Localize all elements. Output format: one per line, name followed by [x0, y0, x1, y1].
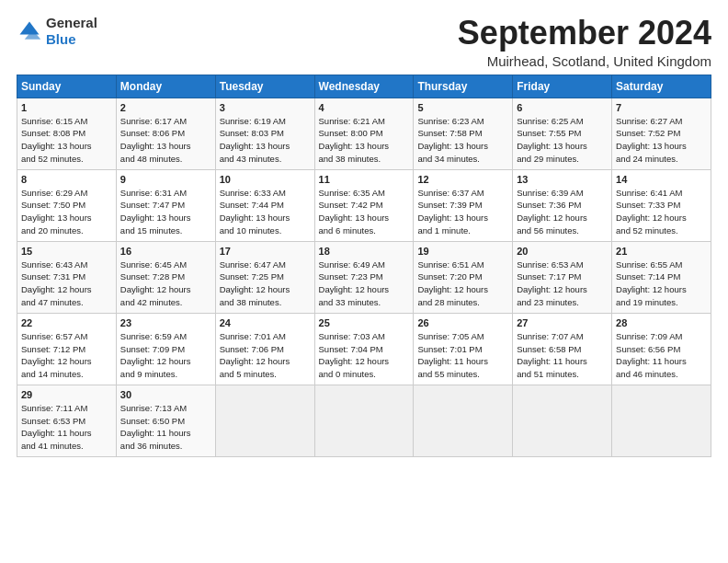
day-info: Sunrise: 6:47 AMSunset: 7:25 PMDaylight:… [220, 259, 311, 309]
col-thursday: Thursday [414, 75, 513, 98]
table-cell: 14Sunrise: 6:41 AMSunset: 7:33 PMDayligh… [612, 169, 711, 241]
day-info: Sunrise: 6:45 AMSunset: 7:28 PMDaylight:… [120, 259, 211, 309]
day-info: Sunrise: 6:43 AMSunset: 7:31 PMDaylight:… [21, 259, 112, 309]
table-cell: 12Sunrise: 6:37 AMSunset: 7:39 PMDayligh… [414, 169, 513, 241]
day-number: 21 [616, 246, 707, 257]
day-number: 16 [120, 246, 211, 257]
day-info: Sunrise: 6:23 AMSunset: 7:58 PMDaylight:… [417, 115, 508, 166]
logo: General Blue [17, 15, 97, 48]
table-cell: 8Sunrise: 6:29 AMSunset: 7:50 PMDaylight… [17, 169, 117, 241]
table-cell: 17Sunrise: 6:47 AMSunset: 7:25 PMDayligh… [215, 241, 314, 313]
table-cell: 13Sunrise: 6:39 AMSunset: 7:36 PMDayligh… [513, 169, 612, 241]
day-info: Sunrise: 6:21 AMSunset: 8:00 PMDaylight:… [319, 115, 410, 166]
day-number: 8 [21, 174, 112, 185]
title-block: September 2024 Muirhead, Scotland, Unite… [458, 15, 711, 69]
day-number: 19 [417, 246, 508, 257]
day-info: Sunrise: 6:31 AMSunset: 7:47 PMDaylight:… [120, 187, 211, 237]
day-number: 14 [616, 174, 707, 185]
day-info: Sunrise: 6:55 AMSunset: 7:14 PMDaylight:… [616, 259, 707, 309]
day-number: 13 [517, 174, 608, 185]
table-cell: 9Sunrise: 6:31 AMSunset: 7:47 PMDaylight… [116, 169, 215, 241]
day-number: 28 [616, 317, 707, 328]
day-number: 20 [517, 246, 608, 257]
day-number: 4 [319, 102, 410, 113]
table-cell: 4Sunrise: 6:21 AMSunset: 8:00 PMDaylight… [314, 98, 414, 169]
day-number: 1 [21, 102, 112, 113]
day-number: 3 [220, 102, 311, 113]
day-info: Sunrise: 6:33 AMSunset: 7:44 PMDaylight:… [220, 187, 311, 237]
day-info: Sunrise: 6:39 AMSunset: 7:36 PMDaylight:… [517, 187, 608, 237]
day-info: Sunrise: 6:17 AMSunset: 8:06 PMDaylight:… [120, 115, 211, 166]
day-number: 26 [417, 317, 508, 328]
day-number: 10 [220, 174, 311, 185]
day-info: Sunrise: 7:05 AMSunset: 7:01 PMDaylight:… [417, 330, 508, 381]
month-title: September 2024 [458, 15, 711, 52]
table-cell: 11Sunrise: 6:35 AMSunset: 7:42 PMDayligh… [314, 169, 414, 241]
day-info: Sunrise: 6:19 AMSunset: 8:03 PMDaylight:… [220, 115, 311, 166]
day-number: 7 [616, 102, 707, 113]
table-cell: 22Sunrise: 6:57 AMSunset: 7:12 PMDayligh… [17, 313, 117, 385]
header-row: Sunday Monday Tuesday Wednesday Thursday… [17, 75, 711, 98]
day-info: Sunrise: 6:53 AMSunset: 7:17 PMDaylight:… [517, 259, 608, 309]
table-cell [314, 385, 414, 456]
table-cell: 5Sunrise: 6:23 AMSunset: 7:58 PMDaylight… [414, 98, 513, 169]
table-cell: 21Sunrise: 6:55 AMSunset: 7:14 PMDayligh… [612, 241, 711, 313]
col-tuesday: Tuesday [215, 75, 314, 98]
day-info: Sunrise: 6:59 AMSunset: 7:09 PMDaylight:… [120, 330, 211, 381]
day-number: 30 [120, 389, 211, 400]
day-number: 6 [517, 102, 608, 113]
day-number: 11 [319, 174, 410, 185]
day-info: Sunrise: 6:49 AMSunset: 7:23 PMDaylight:… [319, 259, 410, 309]
table-cell: 18Sunrise: 6:49 AMSunset: 7:23 PMDayligh… [314, 241, 414, 313]
table-cell: 29Sunrise: 7:11 AMSunset: 6:53 PMDayligh… [17, 385, 117, 456]
table-row: 1Sunrise: 6:15 AMSunset: 8:08 PMDaylight… [17, 98, 711, 169]
day-info: Sunrise: 6:15 AMSunset: 8:08 PMDaylight:… [21, 115, 112, 166]
svg-marker-0 [20, 22, 40, 35]
logo-icon [17, 18, 42, 44]
day-info: Sunrise: 6:51 AMSunset: 7:20 PMDaylight:… [417, 259, 508, 309]
table-cell: 30Sunrise: 7:13 AMSunset: 6:50 PMDayligh… [116, 385, 215, 456]
day-info: Sunrise: 6:41 AMSunset: 7:33 PMDaylight:… [616, 187, 707, 237]
table-cell: 28Sunrise: 7:09 AMSunset: 6:56 PMDayligh… [612, 313, 711, 385]
day-info: Sunrise: 7:01 AMSunset: 7:06 PMDaylight:… [220, 330, 311, 381]
day-number: 23 [120, 317, 211, 328]
col-saturday: Saturday [612, 75, 711, 98]
day-number: 27 [517, 317, 608, 328]
day-info: Sunrise: 6:27 AMSunset: 7:52 PMDaylight:… [616, 115, 707, 166]
table-cell: 19Sunrise: 6:51 AMSunset: 7:20 PMDayligh… [414, 241, 513, 313]
col-sunday: Sunday [17, 75, 117, 98]
table-cell: 20Sunrise: 6:53 AMSunset: 7:17 PMDayligh… [513, 241, 612, 313]
table-cell: 6Sunrise: 6:25 AMSunset: 7:55 PMDaylight… [513, 98, 612, 169]
table-cell: 3Sunrise: 6:19 AMSunset: 8:03 PMDaylight… [215, 98, 314, 169]
col-friday: Friday [513, 75, 612, 98]
day-number: 5 [417, 102, 508, 113]
table-cell: 26Sunrise: 7:05 AMSunset: 7:01 PMDayligh… [414, 313, 513, 385]
day-info: Sunrise: 7:09 AMSunset: 6:56 PMDaylight:… [616, 330, 707, 381]
day-info: Sunrise: 6:29 AMSunset: 7:50 PMDaylight:… [21, 187, 112, 237]
day-number: 17 [220, 246, 311, 257]
day-number: 2 [120, 102, 211, 113]
table-cell: 2Sunrise: 6:17 AMSunset: 8:06 PMDaylight… [116, 98, 215, 169]
location: Muirhead, Scotland, United Kingdom [458, 53, 711, 69]
day-number: 12 [417, 174, 508, 185]
table-cell: 1Sunrise: 6:15 AMSunset: 8:08 PMDaylight… [17, 98, 117, 169]
logo-text: General Blue [46, 15, 97, 48]
table-cell: 15Sunrise: 6:43 AMSunset: 7:31 PMDayligh… [17, 241, 117, 313]
col-monday: Monday [116, 75, 215, 98]
header: General Blue September 2024 Muirhead, Sc… [17, 15, 711, 69]
day-info: Sunrise: 6:37 AMSunset: 7:39 PMDaylight:… [417, 187, 508, 237]
day-number: 25 [319, 317, 410, 328]
day-number: 9 [120, 174, 211, 185]
day-number: 15 [21, 246, 112, 257]
col-wednesday: Wednesday [314, 75, 414, 98]
table-row: 22Sunrise: 6:57 AMSunset: 7:12 PMDayligh… [17, 313, 711, 385]
day-number: 22 [21, 317, 112, 328]
table-cell: 23Sunrise: 6:59 AMSunset: 7:09 PMDayligh… [116, 313, 215, 385]
day-number: 24 [220, 317, 311, 328]
day-number: 18 [319, 246, 410, 257]
day-info: Sunrise: 7:11 AMSunset: 6:53 PMDaylight:… [21, 402, 112, 453]
logo-blue: Blue [46, 31, 76, 47]
table-cell: 24Sunrise: 7:01 AMSunset: 7:06 PMDayligh… [215, 313, 314, 385]
day-number: 29 [21, 389, 112, 400]
day-info: Sunrise: 6:35 AMSunset: 7:42 PMDaylight:… [319, 187, 410, 237]
